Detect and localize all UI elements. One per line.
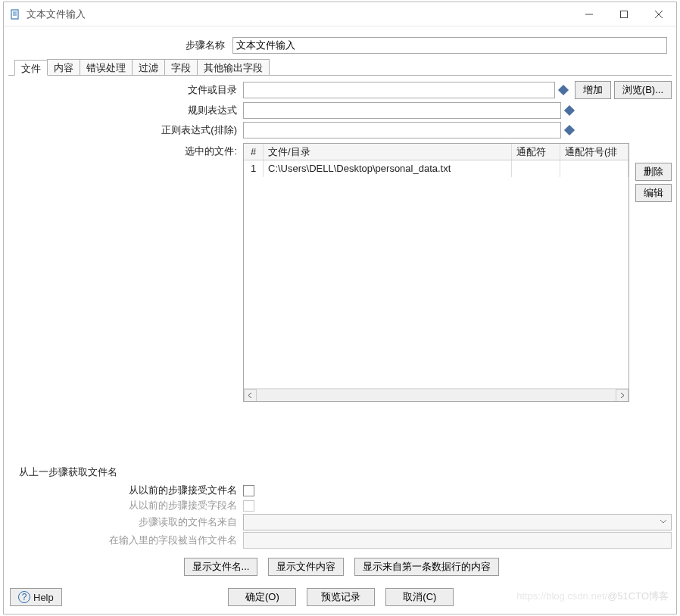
bottom-bar: ? Help 确定(O) 预览记录 取消(C): [4, 582, 676, 614]
step-source-label: 步骤读取的文件名来自: [8, 515, 243, 529]
col-wildcard-exclude[interactable]: 通配符号(排: [560, 144, 629, 160]
help-button[interactable]: ? Help: [10, 588, 62, 606]
accept-filename-label: 从以前的步骤接受文件名: [8, 484, 243, 497]
regex-label: 规则表达式: [8, 104, 243, 117]
ok-button[interactable]: 确定(O): [228, 588, 296, 606]
edit-button[interactable]: 编辑: [635, 184, 672, 202]
from-prev-section-label: 从上一步骤获取文件名: [8, 458, 672, 482]
maximize-button[interactable]: [607, 2, 641, 26]
scroll-left-icon[interactable]: [244, 389, 257, 402]
col-num[interactable]: #: [244, 144, 264, 160]
show-content-button[interactable]: 显示文件内容: [268, 558, 344, 576]
file-or-dir-label: 文件或目录: [8, 83, 243, 97]
grid-body[interactable]: 1 C:\Users\DELL\Desktop\personal_data.tx…: [244, 160, 629, 388]
tab-error-handling[interactable]: 错误处理: [80, 59, 133, 75]
dialog-window: 文本文件输入 步骤名称 文件 内容 错误处理 过滤 字段 其他输出字段 文件或目…: [3, 2, 677, 614]
variable-icon[interactable]: [558, 85, 569, 95]
col-path[interactable]: 文件/目录: [264, 144, 512, 160]
show-filenames-button[interactable]: 显示文件名...: [184, 558, 258, 576]
variable-icon[interactable]: [564, 125, 575, 135]
selected-files-label: 选中的文件:: [8, 143, 243, 158]
grid-header: # 文件/目录 通配符 通配符号(排: [244, 144, 629, 160]
file-or-dir-input[interactable]: [243, 82, 555, 98]
col-wildcard[interactable]: 通配符: [512, 144, 560, 160]
chevron-down-icon: [659, 517, 668, 528]
app-icon: [10, 8, 22, 20]
step-name-label: 步骤名称: [13, 39, 232, 52]
tab-fields[interactable]: 字段: [164, 59, 198, 75]
table-row[interactable]: 1 C:\Users\DELL\Desktop\personal_data.tx…: [244, 160, 629, 177]
svg-rect-0: [11, 10, 18, 19]
cell-wildcard[interactable]: [512, 160, 560, 177]
input-field-label: 在输入里的字段被当作文件名: [8, 534, 243, 547]
input-field-input: [243, 532, 672, 549]
scroll-right-icon[interactable]: [616, 389, 629, 402]
cell-wildcard-exclude[interactable]: [560, 160, 629, 177]
cell-path[interactable]: C:\Users\DELL\Desktop\personal_data.txt: [264, 160, 512, 177]
help-label: Help: [33, 592, 54, 603]
cancel-button[interactable]: 取消(C): [385, 588, 454, 606]
delete-button[interactable]: 删除: [635, 163, 672, 181]
accept-filename-checkbox[interactable]: [243, 485, 254, 496]
file-tab-panel: 文件或目录 增加 浏览(B)... 规则表达式 正则表达式(排除) 选中的文件:…: [4, 75, 676, 582]
step-source-select: [243, 514, 672, 530]
tab-content[interactable]: 内容: [47, 59, 80, 75]
minimize-button[interactable]: [572, 2, 607, 26]
tab-strip: 文件 内容 错误处理 过滤 字段 其他输出字段: [8, 59, 672, 76]
cell-num: 1: [244, 160, 264, 177]
tab-additional-output[interactable]: 其他输出字段: [197, 59, 270, 75]
add-button[interactable]: 增加: [575, 81, 611, 99]
show-first-row-button[interactable]: 显示来自第一条数据行的内容: [354, 558, 499, 576]
regex-excl-label: 正则表达式(排除): [8, 123, 243, 137]
window-title: 文本文件输入: [27, 8, 86, 21]
tab-filter[interactable]: 过滤: [132, 59, 165, 75]
variable-icon[interactable]: [564, 105, 575, 116]
preview-button[interactable]: 预览记录: [307, 588, 375, 606]
accept-field-checkbox: [243, 500, 254, 512]
accept-field-label: 从以前的步骤接受字段名: [8, 499, 243, 512]
tab-file[interactable]: 文件: [14, 60, 48, 76]
close-button[interactable]: [641, 2, 676, 26]
title-bar: 文本文件输入: [4, 2, 676, 26]
svg-rect-5: [621, 11, 628, 17]
step-name-row: 步骤名称: [4, 26, 676, 58]
regex-excl-input[interactable]: [243, 122, 561, 138]
file-grid[interactable]: # 文件/目录 通配符 通配符号(排 1 C:\Users\DELL\Deskt…: [243, 143, 629, 402]
browse-button[interactable]: 浏览(B)...: [614, 81, 672, 99]
regex-input[interactable]: [243, 102, 561, 119]
step-name-input[interactable]: [232, 37, 667, 54]
help-icon: ?: [18, 591, 30, 603]
horizontal-scrollbar[interactable]: [244, 388, 629, 401]
